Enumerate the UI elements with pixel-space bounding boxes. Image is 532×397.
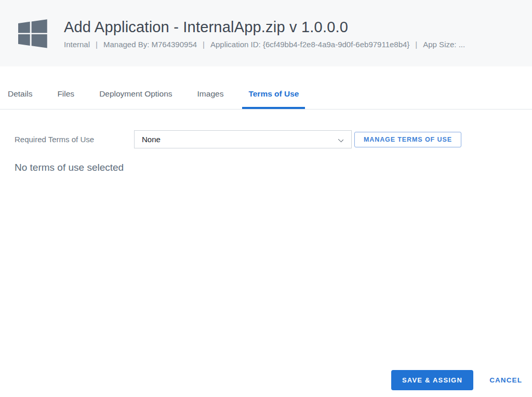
meta-separator: | — [96, 40, 98, 49]
app-meta-line: Internal|Managed By: M764390954|Applicat… — [64, 40, 465, 49]
save-and-assign-button[interactable]: SAVE & ASSIGN — [391, 370, 473, 390]
tab-images[interactable]: Images — [191, 89, 230, 109]
required-terms-label: Required Terms of Use — [15, 135, 134, 144]
app-managed-by: Managed By: M764390954 — [103, 40, 197, 49]
header-text-block: Add Application - InternalApp.zip v 1.0.… — [64, 18, 465, 49]
meta-separator: | — [203, 40, 205, 49]
terms-select[interactable]: None — [134, 130, 352, 148]
page-title: Add Application - InternalApp.zip v 1.0.… — [64, 18, 465, 36]
manage-terms-button[interactable]: MANAGE TERMS OF USE — [354, 132, 461, 147]
required-terms-row: Required Terms of Use None MANAGE TERMS … — [15, 130, 532, 148]
dialog-header: Add Application - InternalApp.zip v 1.0.… — [0, 0, 532, 66]
tab-deployment-options[interactable]: Deployment Options — [93, 89, 178, 109]
app-size: App Size: ... — [423, 40, 465, 49]
tab-terms-of-use[interactable]: Terms of Use — [242, 89, 305, 109]
tab-bar: Details Files Deployment Options Images … — [0, 66, 532, 109]
terms-select-value: None — [142, 135, 161, 144]
meta-separator: | — [415, 40, 417, 49]
tab-files[interactable]: Files — [51, 89, 81, 109]
terms-of-use-panel: Required Terms of Use None MANAGE TERMS … — [0, 109, 532, 173]
app-type: Internal — [64, 40, 90, 49]
cancel-button[interactable]: CANCEL — [489, 376, 522, 384]
app-id: Application ID: {6cf49bb4-f2e8-4a9a-9d0f… — [210, 40, 409, 49]
empty-state-text: No terms of use selected — [15, 162, 532, 173]
windows-logo-icon — [18, 19, 47, 48]
tab-details[interactable]: Details — [2, 89, 38, 109]
chevron-down-icon — [339, 138, 343, 142]
